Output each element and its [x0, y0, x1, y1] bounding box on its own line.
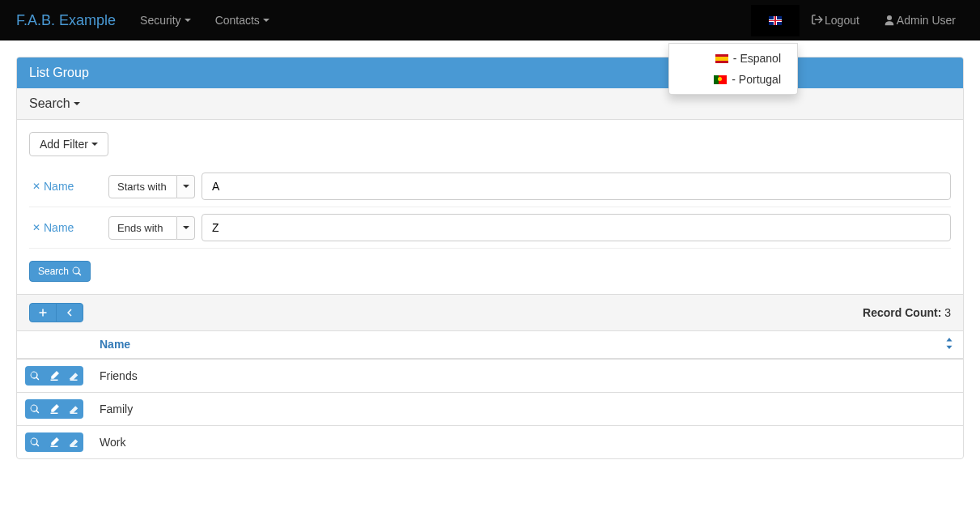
search-icon [30, 437, 40, 447]
flag-gb-icon [769, 16, 782, 25]
filter-op-select[interactable]: Ends with [108, 216, 195, 240]
chevron-down-icon [177, 216, 195, 240]
main-container: List Group Search Add Filter ✕ Name Star… [0, 40, 980, 475]
col-actions [17, 331, 91, 359]
edit-button[interactable] [45, 399, 64, 419]
row-action-group [25, 432, 83, 452]
filter-op-value: Ends with [108, 216, 177, 240]
panel: List Group Search Add Filter ✕ Name Star… [16, 57, 964, 459]
filter-op-value: Starts with [108, 175, 177, 198]
table-row: Work [17, 426, 963, 459]
col-name[interactable]: Name [91, 331, 963, 359]
list-toolbar: Record Count: 3 [17, 294, 963, 331]
search-toggle-label: Search [29, 96, 70, 111]
view-button[interactable] [25, 432, 45, 452]
navbar: F.A.B. Example Security Contacts Logout … [0, 0, 980, 40]
nav-logout-label: Logout [825, 14, 859, 27]
nav-security[interactable]: Security [128, 2, 203, 39]
edit-icon [49, 437, 59, 447]
flag-pt-icon [714, 75, 727, 84]
logout-icon [812, 15, 823, 26]
arrow-left-icon [65, 308, 74, 317]
row-actions [17, 393, 91, 426]
search-toggle[interactable]: Search [17, 88, 963, 120]
results-table: Name FriendsFamilyWork [17, 331, 963, 458]
add-button[interactable] [29, 303, 57, 322]
col-name-link[interactable]: Name [100, 338, 130, 351]
sort-icon[interactable] [944, 338, 955, 351]
plus-icon [38, 308, 48, 317]
search-body: Add Filter ✕ Name Starts with ✕ Name [17, 120, 963, 294]
caret-icon [91, 143, 98, 146]
delete-button[interactable] [64, 432, 83, 452]
language-dropdown: - Espanol - Portugal [668, 43, 798, 95]
chevron-down-icon [177, 175, 195, 198]
flag-es-icon [715, 54, 728, 63]
record-count: Record Count: 3 [863, 306, 951, 319]
navbar-right: Logout Admin User - Espanol - Portugal [751, 2, 968, 38]
search-button[interactable]: Search [29, 261, 91, 282]
search-button-row: Search [29, 261, 951, 282]
search-icon [30, 404, 40, 414]
nav-contacts[interactable]: Contacts [203, 2, 282, 39]
navbar-left: F.A.B. Example Security Contacts [12, 2, 282, 39]
search-icon [72, 266, 82, 276]
add-filter-button[interactable]: Add Filter [29, 132, 108, 156]
search-button-label: Search [38, 266, 69, 277]
brand-link[interactable]: F.A.B. Example [12, 12, 128, 29]
caret-icon [263, 19, 269, 22]
filter-op-select[interactable]: Starts with [108, 175, 195, 198]
filter-remove[interactable]: ✕ Name [29, 221, 102, 234]
panel-title: List Group [17, 58, 963, 88]
search-icon [30, 371, 40, 381]
filter-field-label: Name [44, 180, 74, 193]
caret-icon [74, 102, 80, 105]
row-action-group [25, 366, 83, 386]
record-count-value: 3 [944, 306, 951, 319]
delete-button[interactable] [64, 399, 83, 419]
nav-language[interactable] [751, 5, 800, 36]
filter-row: ✕ Name Starts with [29, 166, 951, 207]
table-row: Family [17, 393, 963, 426]
eraser-icon [69, 437, 78, 447]
cell-name: Family [91, 393, 963, 426]
user-icon [884, 15, 895, 26]
lang-option-pt[interactable]: - Portugal [669, 69, 797, 90]
row-action-group [25, 399, 83, 419]
delete-button[interactable] [64, 366, 83, 386]
nav-contacts-label: Contacts [215, 14, 260, 27]
view-button[interactable] [25, 366, 45, 386]
edit-button[interactable] [45, 432, 64, 452]
caret-icon [185, 19, 191, 22]
table-row: Friends [17, 359, 963, 393]
nav-logout[interactable]: Logout [800, 2, 872, 38]
close-icon: ✕ [32, 181, 40, 192]
back-button[interactable] [56, 303, 83, 322]
filter-value-input[interactable] [202, 214, 951, 241]
row-actions [17, 426, 91, 459]
lang-option-label: - Espanol [733, 52, 781, 65]
filter-value-input[interactable] [202, 173, 951, 200]
toolbar-actions [29, 303, 83, 322]
filter-remove[interactable]: ✕ Name [29, 180, 102, 193]
eraser-icon [69, 371, 78, 381]
nav-user[interactable]: Admin User [872, 2, 968, 38]
filter-field-label: Name [44, 221, 74, 234]
lang-option-label: - Portugal [732, 73, 781, 86]
close-icon: ✕ [32, 222, 40, 233]
edit-icon [49, 404, 59, 414]
filter-row: ✕ Name Ends with [29, 207, 951, 249]
nav-user-label: Admin User [897, 14, 956, 27]
edit-icon [49, 371, 59, 381]
cell-name: Work [91, 426, 963, 459]
lang-option-es[interactable]: - Espanol [669, 48, 797, 69]
eraser-icon [69, 404, 78, 414]
record-count-label: Record Count: [863, 306, 941, 319]
add-filter-label: Add Filter [40, 138, 88, 151]
cell-name: Friends [91, 359, 963, 393]
nav-security-label: Security [140, 14, 181, 27]
row-actions [17, 359, 91, 393]
edit-button[interactable] [45, 366, 64, 386]
view-button[interactable] [25, 399, 45, 419]
